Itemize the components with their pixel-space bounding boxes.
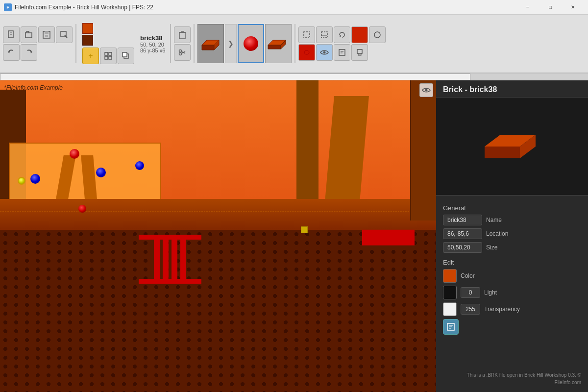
color-row: Color: [443, 269, 581, 283]
minimize-button[interactable]: −: [516, 0, 539, 15]
color-fill-button[interactable]: [351, 26, 368, 43]
window-controls: − □ ✕: [516, 0, 584, 15]
stamp-button[interactable]: [351, 44, 368, 61]
svg-rect-3: [25, 33, 32, 38]
red-columns: [135, 235, 205, 284]
horizon-line: [0, 211, 436, 212]
panel-title: Brick - brick38: [436, 80, 588, 98]
svg-rect-31: [321, 32, 327, 38]
light-row: 0 Light: [443, 286, 581, 299]
horizontal-scrollbar[interactable]: [0, 74, 588, 80]
toolbar-brick-pos: 50, 50, 20: [140, 42, 165, 48]
toolbar-file-tools: [3, 26, 73, 61]
script-icon: [446, 322, 455, 331]
svg-marker-28: [268, 45, 281, 49]
toolbar: + brick38 50, 50, 20 86 y-85 x6: [0, 15, 588, 74]
rotate-tool-button[interactable]: [334, 26, 350, 43]
toolbar-divider-1: [75, 24, 76, 63]
script-tool-button[interactable]: [334, 44, 350, 61]
right-panel: Brick - brick38 General brick38 Name: [436, 80, 588, 392]
viewport[interactable]: *FileInfo.com Example: [0, 80, 436, 392]
select-tool-button[interactable]: [298, 26, 315, 43]
toolbar-divider-3: [194, 24, 195, 63]
edit-header: Edit: [443, 259, 581, 266]
mask-button[interactable]: [298, 44, 315, 61]
svg-rect-38: [339, 49, 345, 55]
toolbar-divider-4: [294, 24, 295, 63]
svg-point-36: [304, 50, 309, 54]
name-label: Name: [486, 217, 502, 223]
undo-button[interactable]: [3, 44, 20, 61]
brick-details: brick38 50, 50, 20 86 y-85 x6: [138, 34, 167, 53]
group-button[interactable]: [100, 48, 117, 64]
svg-rect-12: [109, 52, 112, 55]
selected-object-thumb[interactable]: [238, 24, 264, 63]
general-header: General: [443, 204, 581, 212]
toolbar-brick-name: brick38: [140, 34, 165, 42]
eye-overlay-button[interactable]: [419, 83, 433, 97]
location-value[interactable]: 86,-85,6: [443, 228, 482, 239]
eye-icon: [422, 87, 431, 93]
eye-button[interactable]: [316, 44, 333, 61]
color-swatch[interactable]: [443, 269, 457, 283]
scissors-button[interactable]: [174, 44, 191, 61]
svg-rect-17: [179, 32, 185, 39]
transparency-value[interactable]: 255: [461, 304, 480, 315]
color-preview-dark: [82, 35, 93, 46]
maximize-button[interactable]: □: [539, 0, 562, 15]
toolbar-edit-tools: [174, 26, 191, 61]
svg-rect-6: [45, 35, 48, 37]
svg-point-37: [323, 51, 326, 54]
close-button[interactable]: ✕: [562, 0, 584, 15]
light-value[interactable]: 0: [461, 287, 480, 298]
paint-button[interactable]: [369, 26, 386, 43]
size-value[interactable]: 50,50,20: [443, 242, 482, 253]
svg-point-35: [374, 32, 380, 38]
object-thumb-2[interactable]: [265, 24, 292, 63]
new-button[interactable]: [3, 26, 20, 43]
svg-rect-30: [304, 32, 310, 38]
app-icon: F: [4, 3, 12, 11]
svg-marker-25: [202, 45, 214, 50]
open-button[interactable]: [21, 26, 37, 43]
red-platform-right: [362, 230, 415, 245]
properties-section: General brick38 Name 86,-85,6 Location 5…: [436, 196, 588, 343]
viewport-label: *FileInfo.com Example: [4, 84, 63, 91]
add-button[interactable]: +: [82, 48, 99, 64]
location-row: 86,-85,6 Location: [443, 228, 581, 239]
delete-button[interactable]: [174, 26, 191, 43]
copy-button[interactable]: [118, 48, 134, 64]
right-wall: [410, 80, 436, 220]
nav-arrow-right[interactable]: ❯: [225, 24, 237, 63]
redo-button[interactable]: [21, 44, 37, 61]
color-label: Color: [461, 272, 475, 279]
svg-rect-13: [105, 56, 108, 59]
svg-rect-14: [109, 56, 112, 59]
name-value[interactable]: brick38: [443, 215, 482, 225]
transparency-label: Transparency: [484, 306, 520, 313]
light-label: Light: [484, 289, 497, 296]
window-title: FileInfo.com Example - Brick Hill Worksh…: [15, 4, 516, 11]
script-row: [443, 319, 581, 335]
toolbar-divider-2: [170, 24, 171, 63]
transparency-swatch: [443, 302, 457, 316]
script-button[interactable]: [443, 319, 459, 335]
move-tool-button[interactable]: [316, 26, 333, 43]
size-label: Size: [486, 244, 497, 251]
save-button[interactable]: [38, 26, 55, 43]
yellow-object: [301, 226, 308, 233]
footer-note: This is a .BRK file open in Brick Hill W…: [436, 368, 588, 392]
sphere-yellow-1: [18, 177, 25, 185]
column-bottom: [139, 279, 201, 284]
svg-rect-42: [358, 53, 361, 55]
scrollbar-thumb[interactable]: [0, 74, 470, 80]
color-preview-orange: [82, 23, 93, 34]
size-row: 50,50,20 Size: [443, 242, 581, 253]
brick-info-section: +: [79, 23, 137, 64]
column-3: [172, 240, 177, 279]
main-layout: *FileInfo.com Example Brick - brick38: [0, 80, 588, 392]
sphere-blue-1: [30, 174, 40, 184]
brick-preview-area: [436, 98, 588, 196]
saveas-button[interactable]: [56, 26, 73, 43]
svg-rect-11: [105, 52, 108, 55]
